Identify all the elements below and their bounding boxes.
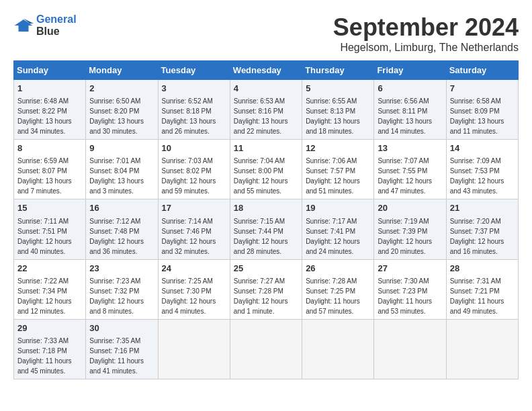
- day-info: Sunrise: 7:15 AM Sunset: 7:44 PM Dayligh…: [234, 216, 298, 257]
- calendar-cell: 11Sunrise: 7:04 AM Sunset: 8:00 PM Dayli…: [230, 140, 302, 199]
- location: Hegelsom, Limburg, The Netherlands: [333, 42, 519, 54]
- day-number: 16: [89, 202, 154, 214]
- calendar-week: 1Sunrise: 6:48 AM Sunset: 8:22 PM Daylig…: [14, 80, 519, 140]
- day-info: Sunrise: 7:31 AM Sunset: 7:21 PM Dayligh…: [450, 276, 515, 316]
- day-number: 22: [17, 263, 82, 275]
- day-number: 18: [234, 202, 298, 214]
- weekday-header: Sunday: [14, 61, 86, 80]
- day-info: Sunrise: 6:55 AM Sunset: 8:13 PM Dayligh…: [306, 96, 370, 136]
- weekday-header: Monday: [86, 61, 158, 80]
- logo-text: General Blue: [36, 13, 77, 38]
- day-info: Sunrise: 7:09 AM Sunset: 7:53 PM Dayligh…: [450, 156, 515, 196]
- day-info: Sunrise: 7:35 AM Sunset: 7:16 PM Dayligh…: [89, 336, 154, 376]
- calendar-cell: 17Sunrise: 7:14 AM Sunset: 7:46 PM Dayli…: [158, 199, 230, 259]
- day-number: 10: [162, 142, 226, 154]
- day-number: 4: [234, 83, 298, 95]
- calendar-cell: 8Sunrise: 6:59 AM Sunset: 8:07 PM Daylig…: [14, 140, 86, 199]
- calendar-cell: 23Sunrise: 7:23 AM Sunset: 7:32 PM Dayli…: [86, 259, 158, 319]
- calendar-table: SundayMondayTuesdayWednesdayThursdayFrid…: [13, 60, 519, 379]
- day-number: 12: [306, 142, 370, 154]
- calendar-cell: [230, 319, 302, 379]
- day-info: Sunrise: 7:14 AM Sunset: 7:46 PM Dayligh…: [162, 216, 226, 257]
- calendar-cell: 12Sunrise: 7:06 AM Sunset: 7:57 PM Dayli…: [302, 140, 374, 199]
- day-info: Sunrise: 7:01 AM Sunset: 8:04 PM Dayligh…: [89, 156, 154, 196]
- day-number: 14: [450, 142, 515, 154]
- day-number: 5: [306, 83, 370, 95]
- calendar-cell: 26Sunrise: 7:28 AM Sunset: 7:25 PM Dayli…: [302, 259, 374, 319]
- calendar-cell: 5Sunrise: 6:55 AM Sunset: 8:13 PM Daylig…: [302, 80, 374, 140]
- title-area: September 2024 Hegelsom, Limburg, The Ne…: [333, 13, 519, 54]
- day-number: 11: [234, 142, 298, 154]
- calendar-cell: [158, 319, 230, 379]
- calendar-cell: 14Sunrise: 7:09 AM Sunset: 7:53 PM Dayli…: [446, 140, 518, 199]
- day-number: 28: [450, 263, 515, 275]
- day-number: 6: [378, 83, 442, 95]
- calendar-cell: 15Sunrise: 7:11 AM Sunset: 7:51 PM Dayli…: [14, 199, 86, 259]
- calendar-cell: [302, 319, 374, 379]
- calendar-cell: 4Sunrise: 6:53 AM Sunset: 8:16 PM Daylig…: [230, 80, 302, 140]
- day-number: 19: [306, 202, 370, 214]
- day-number: 1: [17, 83, 82, 95]
- calendar-week: 15Sunrise: 7:11 AM Sunset: 7:51 PM Dayli…: [14, 199, 519, 259]
- calendar-cell: 25Sunrise: 7:27 AM Sunset: 7:28 PM Dayli…: [230, 259, 302, 319]
- calendar-cell: 22Sunrise: 7:22 AM Sunset: 7:34 PM Dayli…: [14, 259, 86, 319]
- day-info: Sunrise: 7:03 AM Sunset: 8:02 PM Dayligh…: [162, 156, 226, 196]
- logo-icon: [13, 15, 34, 36]
- weekday-header: Saturday: [446, 61, 518, 80]
- weekday-header: Tuesday: [158, 61, 230, 80]
- day-info: Sunrise: 6:56 AM Sunset: 8:11 PM Dayligh…: [378, 96, 442, 136]
- day-info: Sunrise: 6:59 AM Sunset: 8:07 PM Dayligh…: [17, 156, 82, 196]
- day-number: 26: [306, 263, 370, 275]
- day-info: Sunrise: 7:04 AM Sunset: 8:00 PM Dayligh…: [234, 156, 298, 196]
- calendar-cell: 2Sunrise: 6:50 AM Sunset: 8:20 PM Daylig…: [86, 80, 158, 140]
- calendar-cell: 9Sunrise: 7:01 AM Sunset: 8:04 PM Daylig…: [86, 140, 158, 199]
- logo: General Blue: [13, 13, 77, 38]
- calendar-cell: 13Sunrise: 7:07 AM Sunset: 7:55 PM Dayli…: [374, 140, 446, 199]
- weekday-header: Thursday: [302, 61, 374, 80]
- day-number: 3: [162, 83, 226, 95]
- header-row: SundayMondayTuesdayWednesdayThursdayFrid…: [14, 61, 519, 80]
- calendar-cell: 21Sunrise: 7:20 AM Sunset: 7:37 PM Dayli…: [446, 199, 518, 259]
- calendar-cell: 16Sunrise: 7:12 AM Sunset: 7:48 PM Dayli…: [86, 199, 158, 259]
- calendar-body: 1Sunrise: 6:48 AM Sunset: 8:22 PM Daylig…: [14, 80, 519, 379]
- calendar-cell: 30Sunrise: 7:35 AM Sunset: 7:16 PM Dayli…: [86, 319, 158, 379]
- day-info: Sunrise: 7:27 AM Sunset: 7:28 PM Dayligh…: [234, 276, 298, 316]
- day-info: Sunrise: 7:20 AM Sunset: 7:37 PM Dayligh…: [450, 216, 515, 257]
- day-number: 7: [450, 83, 515, 95]
- day-number: 27: [378, 263, 442, 275]
- day-number: 2: [89, 83, 154, 95]
- month-title: September 2024: [333, 13, 519, 42]
- day-info: Sunrise: 6:58 AM Sunset: 8:09 PM Dayligh…: [450, 96, 515, 136]
- weekday-header: Wednesday: [230, 61, 302, 80]
- day-info: Sunrise: 7:06 AM Sunset: 7:57 PM Dayligh…: [306, 156, 370, 196]
- day-info: Sunrise: 6:50 AM Sunset: 8:20 PM Dayligh…: [89, 96, 154, 136]
- calendar-week: 29Sunrise: 7:33 AM Sunset: 7:18 PM Dayli…: [14, 319, 519, 379]
- calendar-cell: 10Sunrise: 7:03 AM Sunset: 8:02 PM Dayli…: [158, 140, 230, 199]
- day-info: Sunrise: 6:52 AM Sunset: 8:18 PM Dayligh…: [162, 96, 226, 136]
- day-info: Sunrise: 7:33 AM Sunset: 7:18 PM Dayligh…: [17, 336, 82, 376]
- day-number: 17: [162, 202, 226, 214]
- calendar-cell: 1Sunrise: 6:48 AM Sunset: 8:22 PM Daylig…: [14, 80, 86, 140]
- day-info: Sunrise: 7:30 AM Sunset: 7:23 PM Dayligh…: [378, 276, 442, 316]
- day-number: 9: [89, 142, 154, 154]
- calendar-cell: 6Sunrise: 6:56 AM Sunset: 8:11 PM Daylig…: [374, 80, 446, 140]
- calendar-cell: 29Sunrise: 7:33 AM Sunset: 7:18 PM Dayli…: [14, 319, 86, 379]
- day-number: 24: [162, 263, 226, 275]
- day-number: 21: [450, 202, 515, 214]
- day-number: 29: [17, 322, 82, 334]
- day-info: Sunrise: 7:22 AM Sunset: 7:34 PM Dayligh…: [17, 276, 82, 316]
- day-number: 20: [378, 202, 442, 214]
- calendar-cell: 18Sunrise: 7:15 AM Sunset: 7:44 PM Dayli…: [230, 199, 302, 259]
- weekday-header: Friday: [374, 61, 446, 80]
- calendar-cell: 19Sunrise: 7:17 AM Sunset: 7:41 PM Dayli…: [302, 199, 374, 259]
- day-number: 23: [89, 263, 154, 275]
- day-info: Sunrise: 7:23 AM Sunset: 7:32 PM Dayligh…: [89, 276, 154, 316]
- day-number: 13: [378, 142, 442, 154]
- day-number: 25: [234, 263, 298, 275]
- day-info: Sunrise: 7:11 AM Sunset: 7:51 PM Dayligh…: [17, 216, 82, 257]
- day-info: Sunrise: 7:28 AM Sunset: 7:25 PM Dayligh…: [306, 276, 370, 316]
- calendar-week: 22Sunrise: 7:22 AM Sunset: 7:34 PM Dayli…: [14, 259, 519, 319]
- calendar-cell: 28Sunrise: 7:31 AM Sunset: 7:21 PM Dayli…: [446, 259, 518, 319]
- svg-marker-0: [15, 19, 33, 32]
- calendar-cell: 3Sunrise: 6:52 AM Sunset: 8:18 PM Daylig…: [158, 80, 230, 140]
